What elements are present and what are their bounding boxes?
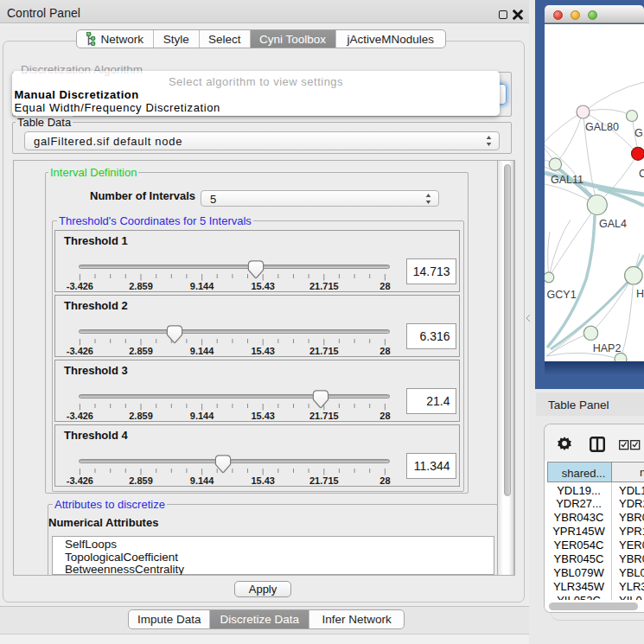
svg-text:21.715: 21.715 <box>309 411 339 421</box>
svg-text:28: 28 <box>379 475 390 486</box>
svg-text:21.715: 21.715 <box>309 475 339 486</box>
svg-text:GAL4: GAL4 <box>599 218 627 230</box>
svg-text:GAL11: GAL11 <box>551 174 583 186</box>
svg-text:9.144: 9.144 <box>190 475 214 486</box>
svg-text:-3.426: -3.426 <box>67 411 93 421</box>
svg-text:15.43: 15.43 <box>251 411 275 421</box>
svg-text:15.43: 15.43 <box>251 346 275 356</box>
svg-text:21.715: 21.715 <box>309 281 339 291</box>
svg-text:H: H <box>636 288 644 300</box>
svg-text:15.43: 15.43 <box>251 281 275 291</box>
svg-text:2.859: 2.859 <box>129 475 153 486</box>
svg-text:-3.426: -3.426 <box>67 475 93 486</box>
svg-text:9.144: 9.144 <box>190 346 214 356</box>
svg-text:GAL80: GAL80 <box>585 121 619 133</box>
svg-text:C: C <box>639 168 644 180</box>
svg-text:28: 28 <box>379 411 390 421</box>
svg-text:HAP2: HAP2 <box>593 342 622 354</box>
svg-text:21.715: 21.715 <box>309 346 339 356</box>
svg-text:-3.426: -3.426 <box>67 346 93 356</box>
svg-text:G.: G. <box>634 127 644 139</box>
svg-text:2.859: 2.859 <box>129 411 153 421</box>
svg-text:28: 28 <box>379 346 390 356</box>
svg-text:2.859: 2.859 <box>129 346 153 356</box>
svg-text:-3.426: -3.426 <box>67 281 93 291</box>
svg-text:15.43: 15.43 <box>251 475 275 486</box>
svg-text:2.859: 2.859 <box>129 281 153 291</box>
svg-text:GCY1: GCY1 <box>547 289 577 301</box>
svg-text:9.144: 9.144 <box>190 281 214 291</box>
svg-text:28: 28 <box>379 281 390 291</box>
svg-text:9.144: 9.144 <box>190 411 214 421</box>
